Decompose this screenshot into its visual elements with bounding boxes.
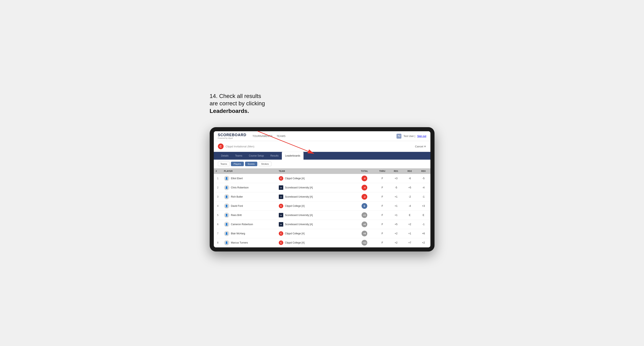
player-avatar: 👤	[224, 185, 229, 190]
team-logo: C	[279, 231, 283, 236]
cell-thru: F	[376, 229, 389, 238]
table-row: 6👤Cameron Robertson■Scoreboard Universit…	[214, 220, 430, 229]
cell-rd3: +6	[416, 229, 430, 238]
logo-area: SCOREBOARD Powered by clippd	[218, 133, 246, 139]
cell-rank: 8	[214, 238, 222, 247]
col-header-rd2: RD2	[403, 169, 416, 174]
cell-thru: F	[376, 238, 389, 247]
cancel-button[interactable]: Cancel ✕	[415, 145, 426, 148]
cell-player: 👤Rich Butler	[222, 192, 277, 201]
cell-rank: 4	[214, 201, 222, 211]
cell-rd3: E	[416, 211, 430, 220]
table-row: 7👤Blair McHargCClippd College [A]+9F+2+1…	[214, 229, 430, 238]
cell-rd3: +2	[416, 238, 430, 247]
cell-total: -8	[354, 174, 376, 183]
cell-rank: 7	[214, 229, 222, 238]
cell-player: 👤Cameron Robertson	[222, 220, 277, 229]
tablet-screen: SCOREBOARD Powered by clippd TOURNAMENTS…	[214, 131, 430, 247]
team-logo: ■	[279, 222, 283, 227]
col-header-thru: THRU	[376, 169, 389, 174]
cell-thru: F	[376, 211, 389, 220]
cell-rd2: +2	[403, 220, 416, 229]
filter-teams[interactable]: Teams	[218, 162, 230, 166]
col-header-player: PLAYER	[222, 169, 277, 174]
cell-total: -4	[354, 183, 376, 192]
nav-tournaments[interactable]: TOURNAMENTS	[252, 134, 273, 138]
cell-player: 👤Rees Britt	[222, 211, 277, 220]
cell-rank: 2	[214, 183, 222, 192]
player-name: Rich Butler	[231, 195, 243, 198]
tournament-name: Clippd Invitational (Men)	[226, 145, 254, 148]
team-name: Clippd College [A]	[285, 177, 304, 180]
table-body: 1👤Elliot EbertCClippd College [A]-8F+3-6…	[214, 174, 430, 247]
logo-text: SCOREBOARD	[218, 133, 246, 137]
table-row: 2👤Chris Robertson■Scoreboard University …	[214, 183, 430, 192]
team-logo: ■	[279, 213, 283, 217]
cell-thru: F	[376, 183, 389, 192]
cell-thru: F	[376, 201, 389, 211]
cell-rd3: +3	[416, 201, 430, 211]
outer-wrapper: 14. Check all results are correct by cli…	[210, 95, 434, 251]
cell-rd2: E	[403, 211, 416, 220]
tab-teams[interactable]: Teams	[232, 152, 246, 160]
cell-rd3: -4	[416, 183, 430, 192]
col-header-total: TOTAL	[354, 169, 376, 174]
cell-total: +11	[354, 238, 376, 247]
score-badge: +1	[362, 212, 367, 218]
player-avatar: 👤	[224, 231, 229, 236]
score-badge: +9	[362, 231, 367, 236]
user-label: Test User |	[404, 135, 415, 138]
cell-rank: 1	[214, 174, 222, 183]
table-header: # PLAYER TEAM TOTAL THRU RD1 RD2 RD3	[214, 169, 430, 174]
cell-rd1: +3	[389, 174, 403, 183]
player-avatar: 👤	[224, 222, 229, 227]
filter-strokes[interactable]: Strokes	[258, 162, 272, 166]
cell-rank: 3	[214, 192, 222, 201]
instruction-line3: Leaderboards.	[210, 108, 249, 114]
cell-rank: 6	[214, 220, 222, 229]
table-row: 1👤Elliot EbertCClippd College [A]-8F+3-6…	[214, 174, 430, 183]
cell-player: 👤David Ford	[222, 201, 277, 211]
cell-team: CClippd College [A]	[277, 238, 354, 247]
user-avatar: TU	[396, 134, 402, 139]
team-name: Scoreboard University [A]	[285, 186, 313, 189]
tab-details[interactable]: Details	[218, 152, 232, 160]
nav-teams[interactable]: TEAMS	[276, 134, 286, 138]
player-name: Rees Britt	[231, 214, 242, 217]
team-name: Clippd College [A]	[285, 241, 304, 244]
cell-rd2: -6	[403, 174, 416, 183]
cell-rd3: -5	[416, 174, 430, 183]
team-logo: ■	[279, 194, 283, 199]
col-header-team: TEAM	[277, 169, 354, 174]
cell-rd2: -4	[403, 201, 416, 211]
player-avatar: 👤	[224, 194, 229, 199]
header-right: TU Test User | Sign out	[396, 134, 426, 139]
player-name: Chris Robertson	[231, 186, 249, 189]
tab-course-setup[interactable]: Course Setup	[246, 152, 267, 160]
signout-link[interactable]: Sign out	[417, 135, 426, 138]
team-logo: C	[279, 240, 283, 245]
score-badge: +6	[362, 221, 367, 227]
score-badge: +11	[362, 240, 367, 246]
instruction-line2: are correct by clicking	[210, 100, 265, 107]
tournament-gender: (Men)	[248, 145, 254, 148]
player-name: David Ford	[231, 204, 243, 207]
filter-scores[interactable]: Scores	[245, 162, 257, 166]
table-row: 5👤Rees Britt■Scoreboard University [A]+1…	[214, 211, 430, 220]
cell-total: +9	[354, 229, 376, 238]
cell-player: 👤Marcus Turners	[222, 238, 277, 247]
cell-player: 👤Chris Robertson	[222, 183, 277, 192]
cell-rd1: +1	[389, 192, 403, 201]
table-row: 3👤Rich Butler■Scoreboard University [A]-…	[214, 192, 430, 201]
cell-team: CClippd College [A]	[277, 201, 354, 211]
player-name: Blair McHarg	[231, 232, 245, 235]
tab-results[interactable]: Results	[267, 152, 282, 160]
tab-leaderboards[interactable]: Leaderboards	[282, 152, 304, 160]
filter-players[interactable]: Players	[231, 162, 244, 166]
team-logo: C	[279, 176, 283, 181]
cell-total: E	[354, 201, 376, 211]
cell-player: 👤Blair McHarg	[222, 229, 277, 238]
col-header-rd3: RD3	[416, 169, 430, 174]
tab-navigation: Details Teams Course Setup Results Leade…	[214, 152, 430, 160]
cell-rd1: -5	[389, 183, 403, 192]
